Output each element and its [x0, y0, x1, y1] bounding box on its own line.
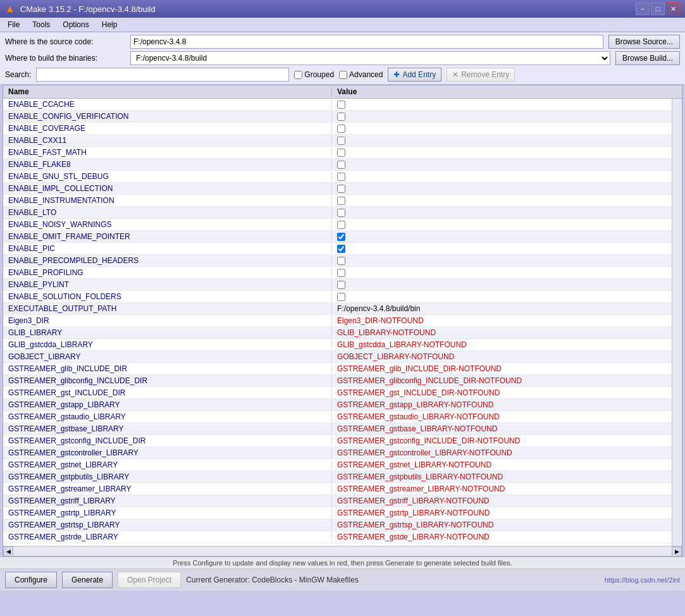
table-row[interactable]: GSTREAMER_gstconfig_INCLUDE_DIRGSTREAMER…: [3, 435, 672, 447]
table-row[interactable]: ENABLE_OMIT_FRAME_POINTER: [3, 231, 672, 243]
table-row[interactable]: GSTREAMER_gstreamer_LIBRARYGSTREAMER_gst…: [3, 483, 672, 495]
close-button[interactable]: ✕: [666, 3, 680, 15]
row-checkbox[interactable]: [337, 257, 345, 265]
window-title: CMake 3.15.2 - F:/opencv-3.4.8/build: [20, 4, 156, 14]
table-row[interactable]: ENABLE_IMPL_COLLECTION: [3, 183, 672, 195]
configure-button[interactable]: Configure: [5, 572, 57, 588]
search-input[interactable]: [36, 68, 289, 82]
row-checkbox[interactable]: [337, 149, 345, 157]
menu-options[interactable]: Options: [58, 19, 94, 30]
cell-value[interactable]: [332, 256, 672, 266]
menu-tools[interactable]: Tools: [27, 19, 55, 30]
cell-value[interactable]: [332, 172, 672, 182]
add-entry-button[interactable]: ✚ Add Entry: [388, 68, 441, 82]
table-row[interactable]: GLIB_gstcdda_LIBRARYGLIB_gstcdda_LIBRARY…: [3, 339, 672, 351]
row-checkbox[interactable]: [337, 113, 345, 121]
remove-entry-button[interactable]: ✕ Remove Entry: [447, 68, 515, 82]
menu-file[interactable]: File: [3, 19, 25, 30]
table-row[interactable]: ENABLE_COVERAGE: [3, 123, 672, 135]
table-row[interactable]: GSTREAMER_gstriff_LIBRARYGSTREAMER_gstri…: [3, 495, 672, 507]
cell-value[interactable]: [332, 208, 672, 218]
scroll-left-arrow[interactable]: ◀: [3, 546, 13, 557]
row-checkbox[interactable]: [337, 245, 345, 253]
table-row[interactable]: ENABLE_CXX11: [3, 135, 672, 147]
open-project-button[interactable]: Open Project: [118, 572, 181, 588]
table-row[interactable]: ENABLE_PYLINT: [3, 279, 672, 291]
cell-value: F:/opencv-3.4.8/build/bin: [332, 304, 672, 314]
row-checkbox[interactable]: [337, 173, 345, 181]
source-input[interactable]: [130, 35, 603, 49]
cell-value[interactable]: [332, 268, 672, 278]
cell-value[interactable]: [332, 280, 672, 290]
row-checkbox[interactable]: [337, 221, 345, 229]
table-row[interactable]: GSTREAMER_glib_INCLUDE_DIRGSTREAMER_glib…: [3, 363, 672, 375]
table-row[interactable]: GSTREAMER_glibconfig_INCLUDE_DIRGSTREAME…: [3, 375, 672, 387]
table-row[interactable]: GLIB_LIBRARYGLIB_LIBRARY-NOTFOUND: [3, 327, 672, 339]
table-row[interactable]: EXECUTABLE_OUTPUT_PATHF:/opencv-3.4.8/bu…: [3, 303, 672, 315]
cell-value[interactable]: [332, 136, 672, 145]
row-checkbox[interactable]: [337, 125, 345, 133]
table-row[interactable]: GSTREAMER_gstapp_LIBRARYGSTREAMER_gstapp…: [3, 399, 672, 411]
table-row[interactable]: GSTREAMER_gstbase_LIBRARYGSTREAMER_gstba…: [3, 423, 672, 435]
table-row[interactable]: ENABLE_FAST_MATH: [3, 147, 672, 159]
row-checkbox[interactable]: [337, 197, 345, 205]
cell-value[interactable]: [332, 124, 672, 133]
advanced-checkbox-label[interactable]: Advanced: [339, 70, 383, 79]
row-checkbox[interactable]: [337, 269, 345, 277]
browse-source-button[interactable]: Browse Source...: [608, 35, 680, 49]
table-row[interactable]: GSTREAMER_gstpbutils_LIBRARYGSTREAMER_gs…: [3, 471, 672, 483]
cell-value[interactable]: [332, 184, 672, 194]
scroll-right-arrow[interactable]: ▶: [672, 546, 682, 557]
row-checkbox[interactable]: [337, 293, 345, 301]
table-row[interactable]: ENABLE_CCACHE: [3, 99, 672, 111]
build-path-select[interactable]: F:/opencv-3.4.8/build: [130, 51, 610, 65]
table-body[interactable]: ENABLE_CCACHEENABLE_CONFIG_VERIFICATIONE…: [3, 99, 672, 546]
cell-value[interactable]: [332, 148, 672, 157]
row-checkbox[interactable]: [337, 281, 345, 289]
table-row[interactable]: GSTREAMER_gstrtsp_LIBRARYGSTREAMER_gstrt…: [3, 519, 672, 531]
cell-value[interactable]: [332, 160, 672, 169]
table-row[interactable]: ENABLE_NOISY_WARNINGS: [3, 219, 672, 231]
cell-value[interactable]: [332, 112, 672, 121]
table-row[interactable]: GSTREAMER_gstnet_LIBRARYGSTREAMER_gstnet…: [3, 459, 672, 471]
browse-build-button[interactable]: Browse Build...: [615, 51, 680, 65]
cell-value[interactable]: [332, 244, 672, 254]
table-row[interactable]: ENABLE_FLAKE8: [3, 159, 672, 171]
row-checkbox[interactable]: [337, 185, 345, 193]
table-row[interactable]: ENABLE_LTO: [3, 207, 672, 219]
cell-value[interactable]: [332, 196, 672, 206]
row-checkbox[interactable]: [337, 161, 345, 169]
advanced-checkbox[interactable]: [339, 71, 347, 79]
grouped-checkbox[interactable]: [294, 71, 302, 79]
row-checkbox[interactable]: [337, 233, 345, 241]
table-row[interactable]: GOBJECT_LIBRARYGOBJECT_LIBRARY-NOTFOUND: [3, 351, 672, 363]
generate-button[interactable]: Generate: [62, 572, 113, 588]
table-row[interactable]: GSTREAMER_gstrtp_LIBRARYGSTREAMER_gstrtp…: [3, 507, 672, 519]
table-row[interactable]: GSTREAMER_gstrde_LIBRARYGSTREAMER_gstde_…: [3, 531, 672, 543]
maximize-button[interactable]: □: [651, 3, 665, 15]
vertical-scrollbar[interactable]: [672, 99, 682, 546]
table-row[interactable]: ENABLE_PRECOMPILED_HEADERS: [3, 255, 672, 267]
cell-value[interactable]: [332, 100, 672, 109]
cell-value[interactable]: [332, 220, 672, 230]
cell-value[interactable]: [332, 232, 672, 242]
minimize-button[interactable]: −: [636, 3, 650, 15]
cell-value: GLIB_gstcdda_LIBRARY-NOTFOUND: [332, 340, 672, 350]
row-checkbox[interactable]: [337, 137, 345, 145]
table-row[interactable]: ENABLE_GNU_STL_DEBUG: [3, 171, 672, 183]
grouped-checkbox-label[interactable]: Grouped: [294, 70, 334, 79]
menu-help[interactable]: Help: [97, 19, 123, 30]
row-checkbox[interactable]: [337, 101, 345, 109]
table-row[interactable]: ENABLE_PROFILING: [3, 267, 672, 279]
table-row[interactable]: GSTREAMER_gstcontroller_LIBRARYGSTREAMER…: [3, 447, 672, 459]
table-row[interactable]: ENABLE_CONFIG_VERIFICATION: [3, 111, 672, 123]
table-row[interactable]: GSTREAMER_gstaudio_LIBRARYGSTREAMER_gsta…: [3, 411, 672, 423]
table-row[interactable]: ENABLE_INSTRUMENTATION: [3, 195, 672, 207]
horizontal-scrollbar[interactable]: ◀ ▶: [3, 546, 682, 556]
table-row[interactable]: Eigen3_DIREigen3_DIR-NOTFOUND: [3, 315, 672, 327]
table-row[interactable]: GSTREAMER_gst_INCLUDE_DIRGSTREAMER_gst_I…: [3, 387, 672, 399]
row-checkbox[interactable]: [337, 209, 345, 217]
cell-value[interactable]: [332, 292, 672, 302]
table-row[interactable]: ENABLE_SOLUTION_FOLDERS: [3, 291, 672, 303]
table-row[interactable]: ENABLE_PIC: [3, 243, 672, 255]
